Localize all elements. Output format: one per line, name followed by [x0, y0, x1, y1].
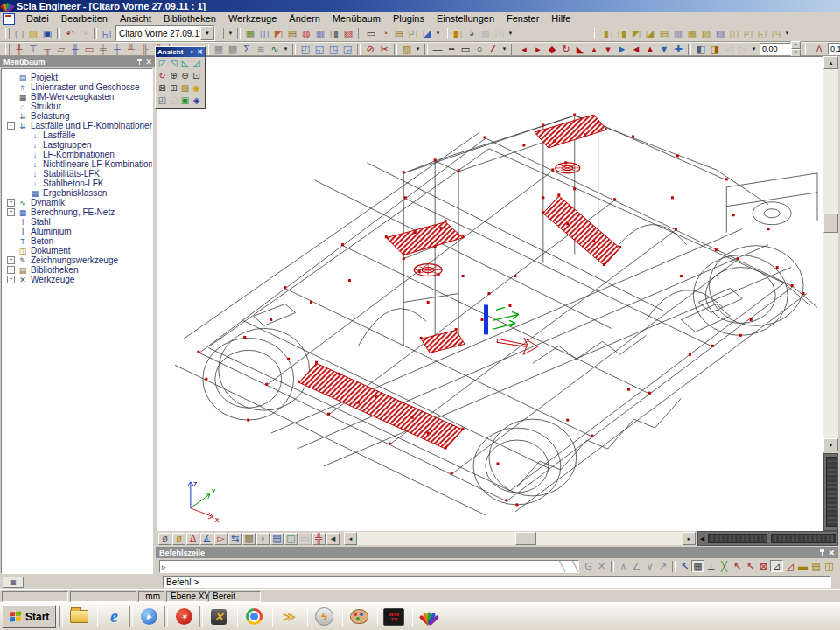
view-palette-titlebar[interactable]: Ansicht ▼ ✕	[156, 47, 205, 57]
scale-member-icon[interactable]: ◣	[573, 43, 587, 56]
zoom-window-icon[interactable]: ⊡	[191, 70, 202, 82]
snap-ortho-icon[interactable]: ⊥	[704, 560, 718, 572]
view-manager-icon[interactable]: ▨	[179, 82, 191, 94]
snap-midpoint-icon[interactable]: ⊿	[770, 560, 783, 572]
tree-item-projekt[interactable]: ▤Projekt	[2, 73, 152, 82]
dropdown-arrow-icon[interactable]: ▼	[750, 46, 758, 52]
insert-subregion-icon[interactable]: ╪	[96, 43, 110, 56]
mirror-member-icon[interactable]: ◆	[545, 43, 559, 56]
display-parameters-icon[interactable]: ◫	[257, 27, 271, 40]
menu-ansicht[interactable]: Ansicht	[114, 13, 158, 24]
previous-view-icon[interactable]: ◁	[722, 43, 736, 56]
view-axonometric-icon[interactable]: ◿	[191, 58, 202, 70]
pan-center-icon[interactable]: ⇆	[228, 533, 242, 545]
tree-item-lastgruppen[interactable]: ↓Lastgruppen	[2, 140, 152, 150]
dropdown-arrow-icon[interactable]: ▼	[500, 46, 508, 52]
copy-picture-icon[interactable]: ◧	[451, 27, 465, 40]
next-view-icon[interactable]: ▷	[736, 43, 750, 56]
axes-display-icon[interactable]: ∆	[186, 533, 200, 545]
insert-opening-icon[interactable]: ▭	[82, 43, 96, 56]
coordinate-spinner[interactable]: 0.00 ▲▼	[760, 43, 801, 55]
show-local-axes-icon[interactable]: ◫	[727, 27, 741, 40]
view-x-icon[interactable]: ◸	[157, 58, 168, 70]
tree-item-dynamik[interactable]: +∿Dynamik	[2, 198, 152, 207]
shading-icon[interactable]: ◗	[256, 533, 270, 545]
regenerate-icon[interactable]: ◳	[769, 27, 783, 40]
open-folder-icon[interactable]: ▨	[26, 27, 40, 40]
tree-item-stabilit-ts-lfk[interactable]: ↓Stabilitäts-LFK	[2, 169, 152, 178]
save-view-icon[interactable]: ◧	[694, 43, 708, 56]
dimension-angle-icon[interactable]: ∠	[486, 43, 500, 56]
coordinate-spinner-value[interactable]: 0.00	[760, 43, 791, 55]
snap-down-icon[interactable]: ∨	[643, 560, 656, 572]
intersect-member-icon[interactable]: ▼	[657, 43, 671, 56]
print-data-icon[interactable]: ▤	[392, 27, 406, 40]
red-hand-app-icon[interactable]	[172, 606, 196, 628]
command-input[interactable]: Befehl >	[163, 576, 831, 588]
dark-scroll-left-icon[interactable]: ◀	[698, 536, 706, 542]
dimension-line-icon[interactable]: —	[430, 43, 444, 56]
tree-item-bibliotheken[interactable]: +▤Bibliotheken	[2, 265, 152, 275]
internet-explorer-icon[interactable]: e	[102, 606, 126, 628]
project-manager-icon[interactable]: ◱	[100, 27, 114, 40]
link-entities-icon[interactable]: ø	[158, 533, 172, 545]
tree-item-lastf-lle-und-lf-kombinationen[interactable]: -⇊Lastfälle und LF-Kombinationen	[2, 121, 152, 130]
snap-vector-icon[interactable]: ↗	[656, 560, 669, 572]
combo-dropdown-icon[interactable]: ▼	[200, 26, 214, 40]
menu-ndern[interactable]: Ändern	[283, 13, 326, 24]
trim-member-icon[interactable]: ▾	[601, 43, 615, 56]
start-button[interactable]: Start	[3, 605, 56, 628]
snap-line-icon[interactable]: ╲	[556, 560, 569, 572]
dropdown-arrow-icon[interactable]: ▼	[434, 31, 442, 36]
stretch-member-icon[interactable]: ▴	[587, 43, 601, 56]
insert-node-icon[interactable]: ╀	[12, 43, 26, 56]
user-blocks-icon[interactable]: ▨	[400, 43, 414, 56]
link-parts-icon[interactable]: ø	[172, 533, 186, 545]
model-viewport[interactable]: Z Y X	[157, 56, 822, 531]
vertical-scrollbar[interactable]: ▲ ▼	[823, 56, 838, 452]
insert-beam-icon[interactable]: ⊤	[26, 43, 40, 56]
document-pages-icon[interactable]: ▤	[270, 533, 284, 545]
insert-plate-icon[interactable]: ▱	[54, 43, 68, 56]
zoom-out-icon[interactable]: ⊖	[179, 70, 191, 82]
show-surfaces-icon[interactable]: ▧	[699, 27, 713, 40]
snap-grid-icon[interactable]: ▦	[691, 560, 704, 572]
menu-einstellungen[interactable]: Einstellungen	[430, 13, 500, 24]
copy-member-icon[interactable]: ▸	[531, 43, 545, 56]
tree-item-beton[interactable]: TBeton	[2, 236, 152, 246]
snap-up-icon[interactable]: ∧	[617, 560, 630, 572]
show-loads-icon[interactable]: ◪	[643, 27, 657, 40]
paint-palette-app-icon[interactable]	[346, 606, 371, 628]
show-sections-icon[interactable]: ▨	[713, 27, 727, 40]
cut-entity-icon[interactable]: ✂	[377, 43, 391, 56]
image-gallery-icon[interactable]: ▧	[341, 27, 355, 40]
snap-arc-icon[interactable]: G	[582, 560, 595, 572]
snap-step-spinner-value[interactable]: 0.125	[828, 43, 840, 55]
dock-tab-icon[interactable]: ▦	[3, 577, 24, 588]
menu-plugins[interactable]: Plugins	[387, 13, 430, 24]
expand-box-icon[interactable]: +	[7, 266, 15, 274]
snap-segment-icon[interactable]: ╲	[569, 560, 582, 572]
dropdown-arrow-icon[interactable]: ▼	[282, 46, 290, 52]
menu-datei[interactable]: Datei	[20, 13, 55, 24]
window-properties-icon[interactable]: ◫	[284, 533, 298, 545]
dimension-chain-icon[interactable]: ╍	[444, 43, 458, 56]
document-window-icon[interactable]	[4, 13, 15, 24]
activity-icon[interactable]: ◩	[271, 27, 285, 40]
table-composer-icon[interactable]: ▦	[479, 27, 493, 40]
expand-box-icon[interactable]: +	[7, 208, 15, 216]
dimension-circle-icon[interactable]: ○	[472, 43, 486, 56]
tree-item-berechnung-fe-netz[interactable]: +▦Berechnung, FE-Netz	[2, 207, 152, 217]
tree-item-stahlbeton-lfk[interactable]: ↓Stahlbeton-LFK	[2, 178, 152, 188]
snap-box-icon[interactable]: ⊠	[757, 560, 770, 572]
undo-icon[interactable]: ↶	[63, 27, 77, 40]
cursor-select-icon[interactable]: ↖	[678, 560, 691, 572]
tree-item-ergebnisklassen[interactable]: ▦Ergebnisklassen	[2, 188, 152, 198]
tree-item-struktur[interactable]: ⌂Struktur	[2, 102, 152, 111]
grid-settings-icon[interactable]: ╬	[312, 533, 326, 545]
coordinates-info-icon[interactable]: ∡	[200, 533, 214, 545]
expand-box-icon[interactable]: +	[7, 256, 15, 264]
save-icon[interactable]: ▣	[40, 27, 54, 40]
lights-icon[interactable]: ◉	[191, 82, 202, 94]
command-window-header[interactable]: Befehlszeile ✕	[156, 547, 838, 558]
